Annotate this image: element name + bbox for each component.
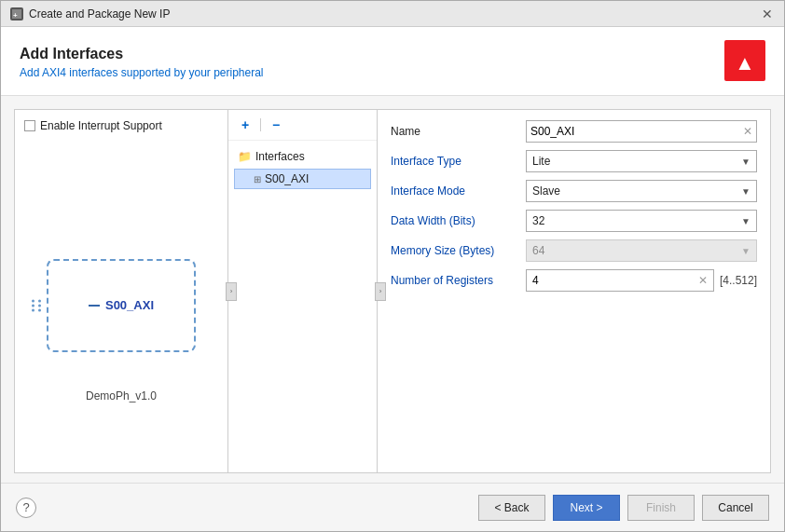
amd-logo: ▲ <box>724 40 765 84</box>
memory-size-arrow-icon: ▼ <box>741 246 751 256</box>
data-width-value: 32 <box>532 214 741 227</box>
title-bar: + Create and Package New IP ✕ <box>1 1 784 27</box>
memory-size-input-disabled: 64 ▼ <box>526 239 757 262</box>
data-width-arrow-icon: ▼ <box>741 216 751 226</box>
collapse-left-button[interactable]: › <box>226 282 237 301</box>
name-row: Name ✕ <box>391 119 757 143</box>
num-registers-row: Number of Registers ✕ [4..512] <box>391 268 757 293</box>
num-registers-label: Number of Registers <box>391 274 526 287</box>
module-label: DemoPh_v1.0 <box>86 389 157 402</box>
name-label: Name <box>391 125 526 138</box>
tree-parent-interfaces: 📁 Interfaces <box>234 148 371 165</box>
interrupt-checkbox[interactable] <box>24 120 35 131</box>
module-dash-icon <box>89 305 100 307</box>
footer-right: < Back Next > Finish Cancel <box>478 495 769 521</box>
toolbar-divider <box>260 118 261 131</box>
header-subtitle: Add AXI4 interfaces supported by your pe… <box>20 66 264 79</box>
interface-type-label: Interface Type <box>391 155 526 168</box>
memory-size-value: 64 <box>532 244 544 257</box>
dialog-window: + Create and Package New IP ✕ Add Interf… <box>0 0 785 532</box>
add-interface-button[interactable]: + <box>236 116 255 134</box>
module-area: S00_AXI DemoPh_v1.0 <box>24 142 218 463</box>
left-panel: Enable Interrupt Support S00_AXI <box>14 109 228 473</box>
memory-size-label: Memory Size (Bytes) <box>391 244 526 257</box>
collapse-mid-button[interactable]: › <box>375 282 386 301</box>
subtitle-by: by <box>173 66 186 79</box>
interface-type-arrow-icon: ▼ <box>741 157 751 167</box>
svg-text:▲: ▲ <box>735 51 755 75</box>
num-registers-controls: ✕ [4..512] <box>526 269 757 292</box>
num-registers-input-wrapper: ✕ <box>526 269 714 292</box>
interfaces-label: Interfaces <box>255 150 305 163</box>
interrupt-label: Enable Interrupt Support <box>40 119 162 132</box>
module-dots <box>32 299 43 311</box>
memory-size-row: Memory Size (Bytes) 64 ▼ <box>391 239 757 263</box>
module-box: S00_AXI <box>47 259 196 352</box>
remove-interface-button[interactable]: − <box>267 116 285 134</box>
footer: ? < Back Next > Finish Cancel <box>1 483 784 531</box>
module-name-row: S00_AXI <box>89 298 154 312</box>
interface-mode-select[interactable]: Slave ▼ <box>526 180 757 202</box>
title-bar-text: Create and Package New IP <box>29 7 170 20</box>
interface-type-row: Interface Type Lite ▼ <box>391 149 757 173</box>
tree-child-s00axi[interactable]: ⊞ S00_AXI <box>234 169 371 189</box>
subtitle-pre: Add AXI4 interfaces supported <box>20 66 173 79</box>
app-icon: + <box>10 7 23 20</box>
close-button[interactable]: ✕ <box>760 7 775 21</box>
name-input[interactable] <box>530 125 743 138</box>
interface-mode-row: Interface Mode Slave ▼ <box>391 179 757 203</box>
data-width-label: Data Width (Bits) <box>391 214 526 227</box>
data-width-row: Data Width (Bits) 32 ▼ <box>391 209 757 233</box>
interface-type-select[interactable]: Lite ▼ <box>526 150 757 172</box>
module-name: S00_AXI <box>105 298 154 312</box>
svg-text:+: + <box>13 11 18 19</box>
interface-chip-icon: ⊞ <box>254 174 261 184</box>
middle-toolbar: + − <box>228 110 377 141</box>
cancel-button[interactable]: Cancel <box>702 495 769 521</box>
interface-mode-value: Slave <box>532 184 741 198</box>
right-panel: Name ✕ Interface Type Lite ▼ Interface M… <box>378 109 771 473</box>
interface-mode-arrow-icon: ▼ <box>741 186 751 197</box>
header-title: Add Interfaces <box>20 46 264 62</box>
interface-mode-label: Interface Mode <box>391 184 526 198</box>
tree-section: 📁 Interfaces ⊞ S00_AXI <box>228 141 377 197</box>
name-input-wrapper: ✕ <box>526 120 757 143</box>
back-button[interactable]: < Back <box>478 495 545 521</box>
folder-icon: 📁 <box>238 150 252 163</box>
footer-left: ? <box>16 498 36 518</box>
content-area: Enable Interrupt Support S00_AXI <box>1 96 784 483</box>
help-button[interactable]: ? <box>16 498 36 518</box>
finish-button[interactable]: Finish <box>627 495 695 521</box>
num-registers-input[interactable] <box>532 274 695 287</box>
interface-type-value: Lite <box>532 155 741 168</box>
subtitle-post: your peripheral <box>186 66 263 79</box>
title-bar-left: + Create and Package New IP <box>10 7 170 20</box>
middle-panel: + − 📁 Interfaces ⊞ S00_AXI › <box>228 109 378 473</box>
data-width-select[interactable]: 32 ▼ <box>526 210 757 232</box>
num-registers-range: [4..512] <box>720 274 757 287</box>
interrupt-checkbox-row: Enable Interrupt Support <box>24 119 162 132</box>
name-clear-icon[interactable]: ✕ <box>743 125 752 138</box>
num-registers-clear-icon[interactable]: ✕ <box>698 274 708 287</box>
interface-item-label: S00_AXI <box>265 172 309 185</box>
header-section: Add Interfaces Add AXI4 interfaces suppo… <box>1 27 784 96</box>
next-button[interactable]: Next > <box>553 495 620 521</box>
header-text: Add Interfaces Add AXI4 interfaces suppo… <box>20 46 264 79</box>
